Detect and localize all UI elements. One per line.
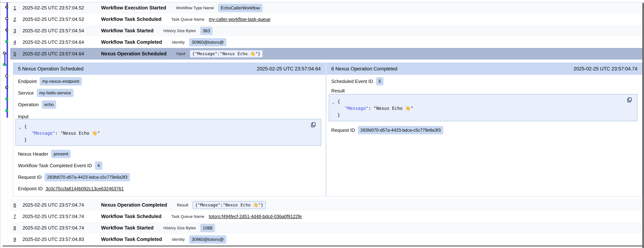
event-attr-label: Task Queue Name [171,214,204,219]
event-name: Workflow Task Completed [101,237,162,242]
result-payload-badge: {"Message":"Nexus Echo 👋"} [192,201,266,209]
bottom-divider [2,246,642,246]
panel-divider [326,63,326,196]
event-id-link[interactable]: 4 [14,39,18,45]
panel-header: 6 Nexus Operation Completed 2025-02-25 U… [326,63,642,75]
field-operation: Operation echo [18,100,56,109]
json-line: "Message": "Nexus Echo 👋" [16,130,321,137]
panel-nexus-operation-completed: 6 Nexus Operation Completed 2025-02-25 U… [326,63,642,196]
field-value-badge: 283fd070-d57a-4423-bdca-c5c779e6a3f3 [358,126,443,134]
event-id-link[interactable]: 6 [14,202,18,208]
event-row-7[interactable]: 7 2025-02-25 UTC 23:57:04.74 Workflow Ta… [10,211,642,222]
json-line: "Message": "Nexus Echo 👋" [329,105,637,112]
event-timestamp: 2025-02-25 UTC 23:57:04.52 [22,16,92,22]
panel-nexus-operation-scheduled: 5 Nexus Operation Scheduled 2025-02-25 U… [13,63,326,196]
event-detail-panels: 5 Nexus Operation Scheduled 2025-02-25 U… [13,63,642,196]
collapse-chevron-icon[interactable]: ⌄ [19,124,21,131]
json-key: "Message" [345,106,368,111]
event-name: Workflow Task Started [101,28,154,33]
input-section-label: Input [18,114,28,119]
field-endpoint-id: Endpoint ID 3c0c75ccfa8144b092c13ce63246… [18,186,124,192]
endpoint-id-link[interactable]: 3c0c75ccfa8144b092c13ce632463761 [46,186,124,191]
event-row-3[interactable]: 3 2025-02-25 UTC 23:57:04.54 Workflow Ta… [10,25,642,36]
task-queue-link[interactable]: my-caller-workflow-task-queue [209,17,270,22]
event-id-link[interactable]: 9 [14,237,18,242]
field-value-badge: present [51,150,71,158]
event-row-5-selected[interactable]: 5 2025-02-25 UTC 23:57:04.64 Nexus Opera… [10,48,642,59]
event-row-1[interactable]: 1 2025-02-25 UTC 23:57:04.52 Workflow Ex… [10,2,642,14]
timeline-dot-event-8[interactable] [5,86,8,89]
field-request-id: Request ID 283fd070-d57a-4423-bdca-c5c77… [331,126,443,134]
json-key: "Message" [32,131,55,136]
event-id-link[interactable]: 2 [14,16,18,22]
field-value-badge: echo [42,100,56,109]
copy-icon[interactable] [310,121,317,128]
field-label: Endpoint [18,79,37,84]
event-name: Workflow Task Scheduled [101,214,162,219]
field-label: Endpoint ID [18,186,43,192]
identity-badge: 30960@totoro@ [189,235,226,244]
field-value-badge: my-hello-service [37,89,74,97]
timeline-dot-event-3[interactable] [5,28,8,31]
field-label: Workflow Task Completed Event ID [18,163,92,169]
event-name: Workflow Task Started [101,225,154,231]
event-timestamp: 2025-02-25 UTC 23:57:04.74 [22,225,92,231]
task-queue-link[interactable]: totoro:f494fecf-2d51-4d48-bdcd-036a0f912… [209,214,302,219]
event-attr-label: History Size Bytes [164,226,196,230]
event-id-link[interactable]: 1 [14,5,18,11]
result-json-viewer: ⌄ { "Message": "Nexus Echo 👋" } [329,94,638,121]
field-value-badge: 4 [95,161,102,170]
timeline-dot-event-7[interactable] [5,74,8,77]
event-timestamp: 2025-02-25 UTC 23:57:04.64 [22,39,92,45]
event-row-6[interactable]: 6 2025-02-25 UTC 23:57:04.74 Nexus Opera… [10,199,642,211]
collapse-chevron-icon[interactable]: ⌄ [332,99,334,106]
json-value: "Nexus Echo 👋" [60,131,100,136]
event-id-link[interactable]: 5 [14,51,18,57]
json-value: "Nexus Echo 👋" [374,106,413,111]
event-attr-label: Identity [172,40,185,45]
field-label: Request ID [18,175,42,180]
panel-header: 5 Nexus Operation Scheduled 2025-02-25 U… [13,63,326,75]
event-attr-label: Identity [172,237,185,242]
input-payload-badge: {"Message":"Nexus Echo 👋"} [190,50,263,58]
json-line: } [16,137,321,143]
json-line: { [329,98,637,105]
identity-badge: 30960@totoro@ [189,38,226,46]
event-name: Workflow Execution Started [101,5,166,11]
event-attr-label: Result [177,203,188,208]
timeline-dot-event-4[interactable] [5,40,8,43]
event-row-8[interactable]: 8 2025-02-25 UTC 23:57:04.74 Workflow Ta… [10,222,642,234]
event-row-9[interactable]: 9 2025-02-25 UTC 23:57:04.83 Workflow Ta… [10,234,642,245]
event-id-link[interactable]: 7 [14,214,18,219]
event-id-link[interactable]: 3 [14,28,18,33]
timeline-dot-event-5[interactable] [3,51,6,54]
timeline-dot-event-6[interactable] [3,63,6,66]
panel-timestamp: 2025-02-25 UTC 23:57:04.64 [257,66,321,72]
field-label: Service [18,90,34,96]
field-endpoint: Endpoint my-nexus-endpoint [18,77,82,85]
event-row-4[interactable]: 4 2025-02-25 UTC 23:57:04.64 Workflow Ta… [10,36,642,48]
event-id-link[interactable]: 8 [14,225,18,231]
copy-icon[interactable] [626,97,633,103]
field-label: Operation [18,102,39,107]
event-row-2[interactable]: 2 2025-02-25 UTC 23:57:04.52 Workflow Ta… [10,14,642,25]
event-timestamp: 2025-02-25 UTC 23:57:04.64 [22,51,92,57]
event-timestamp: 2025-02-25 UTC 23:57:04.52 [22,5,92,11]
json-line: { [16,123,321,130]
result-section-label: Result [331,88,345,94]
event-timestamp: 2025-02-25 UTC 23:57:04.74 [22,214,92,219]
timeline-dot-event-1[interactable] [5,6,8,8]
timeline-dot-event-10[interactable] [5,109,8,112]
event-name: Workflow Task Completed [101,39,162,45]
panel-title: 5 Nexus Operation Scheduled [18,66,84,72]
field-label: Request ID [331,127,355,133]
timeline-dot-event-2[interactable] [5,17,8,20]
vertical-scrollbar-thumb[interactable] [642,3,644,248]
event-attr-label: Task Queue Name [171,17,204,22]
event-attr-label: History Size Bytes [164,28,196,33]
history-size-badge: 1088 [200,224,215,232]
timeline-dot-event-9[interactable] [5,97,8,100]
field-nexus-header: Nexus Header present [18,150,71,158]
event-history-view: 1 2025-02-25 UTC 23:57:04.52 Workflow Ex… [0,0,644,248]
event-attr-label: Input [176,51,185,56]
